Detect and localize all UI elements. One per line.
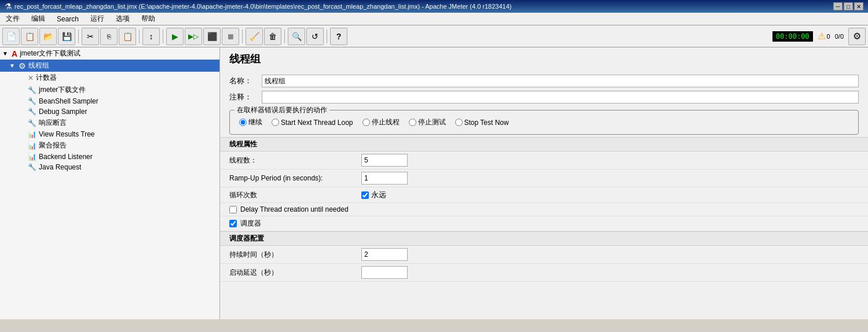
start-next-radio[interactable] (272, 119, 279, 126)
continue-radio[interactable] (239, 119, 247, 126)
close-button[interactable]: ✕ (854, 2, 863, 10)
sidebar-label-backend: Backend Listener (39, 153, 93, 161)
stop-test-option[interactable]: 停止测试 (409, 117, 446, 127)
stop-thread-radio[interactable] (362, 119, 370, 126)
minimize-button[interactable]: ─ (833, 2, 843, 10)
window-controls[interactable]: ─ □ ✕ (833, 2, 863, 10)
sidebar-item-summary[interactable]: 📊 聚合报告 (0, 139, 219, 152)
startup-delay-label: 启动延迟（秒） (229, 268, 357, 278)
stop-now-label: Stop Test Now (464, 119, 509, 127)
clearall-button[interactable]: 🗑 (264, 28, 281, 45)
start-button[interactable]: ▶ (166, 28, 184, 45)
menu-search[interactable]: Search (53, 14, 82, 24)
forever-checkbox[interactable] (361, 191, 369, 199)
stop-test-label: 停止测试 (418, 117, 446, 127)
stop-test-radio[interactable] (409, 119, 416, 126)
toolbar-separator-5 (284, 29, 285, 43)
maximize-button[interactable]: □ (844, 2, 853, 10)
name-row: 名称： (229, 73, 859, 89)
ramp-up-input[interactable] (361, 172, 408, 185)
expand-arrow-tg: ▼ (9, 62, 16, 69)
sidebar-label-download: jmeter下载文件 (39, 85, 86, 95)
shutdown-button[interactable]: ⏹ (222, 28, 239, 45)
error-badge: 0/0 (835, 33, 844, 40)
settings-icon[interactable]: ⚙ (848, 28, 866, 45)
help-button[interactable]: ? (330, 28, 347, 45)
remote-button[interactable]: ↺ (306, 28, 324, 45)
cut-button[interactable]: ✂ (82, 28, 99, 45)
copy-button[interactable]: ⎘ (100, 28, 118, 45)
error-action-section: 在取样器错误后要执行的动作 继续 Start Next Thread Loop … (229, 110, 859, 135)
name-input[interactable] (262, 75, 859, 87)
window-title: rec_post_forcast_mleap_zhangdan_list.jmx… (14, 3, 511, 10)
forever-label: 永远 (371, 190, 386, 200)
toolbar-separator-1 (78, 29, 79, 43)
comment-label: 注释： (229, 92, 258, 102)
continue-option[interactable]: 继续 (239, 117, 262, 127)
startup-delay-input[interactable] (361, 266, 408, 279)
delay-thread-checkbox[interactable] (229, 206, 237, 213)
comment-input[interactable] (262, 91, 859, 104)
name-label: 名称： (229, 76, 258, 86)
menu-help[interactable]: 帮助 (138, 13, 159, 25)
sidebar-label-thread-group: 线程组 (28, 61, 49, 71)
content-panel: 线程组 名称： 注释： 在取样器错误后要执行的动作 继续 (220, 47, 868, 319)
sidebar: ▼ A jmeter文件下载测试 ▼ ⚙ 线程组 ✕ 计数器 🔧 jmeter下… (0, 47, 220, 319)
menu-options[interactable]: 选项 (112, 13, 133, 25)
sidebar-label-java: Java Request (39, 163, 81, 171)
sidebar-label-counter: 计数器 (36, 73, 57, 83)
open-button[interactable]: 📂 (39, 28, 57, 45)
download-icon: 🔧 (28, 86, 36, 94)
backend-icon: 📊 (28, 153, 36, 161)
main-layout: ▼ A jmeter文件下载测试 ▼ ⚙ 线程组 ✕ 计数器 🔧 jmeter下… (0, 47, 868, 319)
forever-checkbox-label[interactable]: 永远 (361, 190, 386, 200)
menu-file[interactable]: 文件 (2, 13, 23, 25)
root-icon: A (12, 49, 17, 58)
thread-group-icon: ⚙ (19, 61, 26, 71)
stop-thread-option[interactable]: 停止线程 (362, 117, 400, 127)
ramp-up-row: Ramp-Up Period (in seconds): (220, 169, 868, 187)
sidebar-item-thread-group[interactable]: ▼ ⚙ 线程组 (0, 60, 219, 72)
sidebar-item-beanshell[interactable]: 🔧 BeanShell Sampler (0, 96, 219, 106)
sidebar-label-debug: Debug Sampler (39, 108, 87, 116)
comment-row: 注释： (229, 89, 859, 105)
templates-button[interactable]: 📋 (21, 28, 38, 45)
sidebar-item-debug[interactable]: 🔧 Debug Sampler (0, 106, 219, 117)
stop-now-radio[interactable] (455, 119, 463, 126)
sidebar-item-root[interactable]: ▼ A jmeter文件下载测试 (0, 47, 219, 60)
sidebar-item-view-results[interactable]: 📊 View Results Tree (0, 129, 219, 139)
menu-bar: 文件 编辑 Search 运行 选项 帮助 (0, 13, 868, 25)
error-radio-row: 继续 Start Next Thread Loop 停止线程 停止测试 Stop… (239, 115, 849, 130)
sidebar-item-backend[interactable]: 📊 Backend Listener (0, 152, 219, 162)
sidebar-item-response[interactable]: 🔧 响应断言 (0, 117, 219, 129)
scheduler-checkbox[interactable] (229, 220, 237, 227)
stop-button[interactable]: ⬛ (203, 28, 221, 45)
view-results-icon: 📊 (28, 130, 36, 138)
menu-run[interactable]: 运行 (87, 13, 108, 25)
sidebar-item-java-request[interactable]: 🔧 Java Request (0, 162, 219, 172)
search-toolbar-button[interactable]: 🔍 (288, 28, 305, 45)
stop-now-option[interactable]: Stop Test Now (455, 119, 509, 127)
scheduler-config-header: 调度器配置 (220, 231, 868, 246)
duration-input[interactable] (361, 248, 408, 261)
beanshell-icon: 🔧 (28, 97, 36, 105)
error-section-title: 在取样器错误后要执行的动作 (235, 105, 329, 115)
sidebar-label-root: jmeter文件下载测试 (20, 49, 80, 58)
new-button[interactable]: 📄 (2, 28, 20, 45)
start-nopause-button[interactable]: ▶▷ (185, 28, 202, 45)
loop-count-label: 循环次数 (229, 190, 357, 200)
sidebar-item-download[interactable]: 🔧 jmeter下载文件 (0, 84, 219, 96)
thread-count-input[interactable] (361, 154, 408, 167)
java-icon: 🔧 (28, 163, 36, 171)
debug-icon: 🔧 (28, 108, 36, 116)
save-button[interactable]: 💾 (58, 28, 75, 45)
expand-button[interactable]: ↕ (142, 28, 160, 45)
toolbar-separator-4 (242, 29, 243, 43)
stop-thread-label: 停止线程 (372, 117, 400, 127)
menu-edit[interactable]: 编辑 (28, 13, 49, 25)
paste-button[interactable]: 📋 (119, 28, 136, 45)
clear-button[interactable]: 🧹 (246, 28, 263, 45)
start-next-option[interactable]: Start Next Thread Loop (272, 119, 353, 127)
sidebar-item-counter[interactable]: ✕ 计数器 (0, 72, 219, 84)
thread-count-row: 线程数： (220, 152, 868, 169)
